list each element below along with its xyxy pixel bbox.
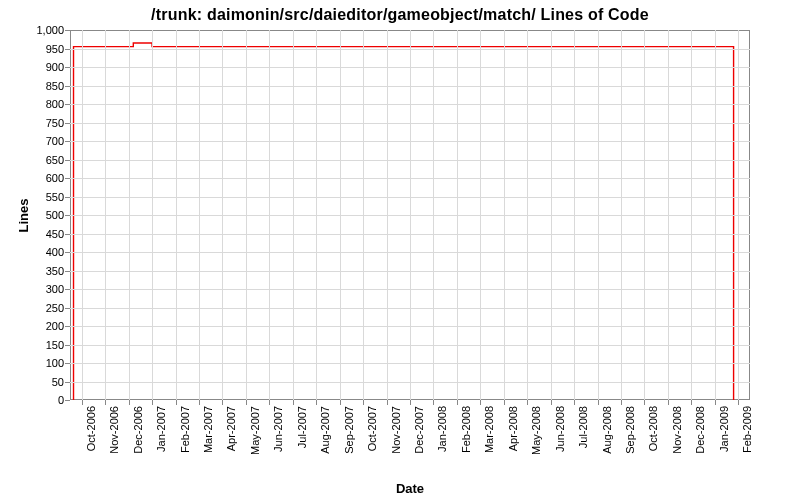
x-tick-label: Dec-2006 bbox=[133, 406, 144, 454]
y-tick-label: 500 bbox=[46, 210, 70, 221]
x-tick-label: Jun-2008 bbox=[555, 406, 566, 452]
x-tick-label: Nov-2007 bbox=[391, 406, 402, 454]
x-tick bbox=[82, 400, 83, 405]
y-tick-label: 0 bbox=[58, 395, 70, 406]
x-tick bbox=[293, 400, 294, 405]
gridline-v bbox=[222, 30, 223, 400]
y-tick-label: 650 bbox=[46, 154, 70, 165]
gridline-v bbox=[691, 30, 692, 400]
y-tick-label: 950 bbox=[46, 43, 70, 54]
x-tick-label: Jan-2009 bbox=[719, 406, 730, 452]
x-tick bbox=[621, 400, 622, 405]
x-tick bbox=[598, 400, 599, 405]
y-tick-label: 450 bbox=[46, 228, 70, 239]
x-tick bbox=[316, 400, 317, 405]
x-tick-label: Apr-2008 bbox=[508, 406, 519, 451]
x-tick bbox=[433, 400, 434, 405]
x-tick-label: Jul-2008 bbox=[578, 406, 589, 448]
x-tick bbox=[691, 400, 692, 405]
gridline-v bbox=[644, 30, 645, 400]
x-tick-label: Mar-2008 bbox=[484, 406, 495, 453]
gridline-v bbox=[738, 30, 739, 400]
x-tick bbox=[176, 400, 177, 405]
gridline-v bbox=[527, 30, 528, 400]
y-axis-title-wrap: Lines bbox=[14, 30, 34, 400]
y-tick-label: 1,000 bbox=[36, 25, 70, 36]
y-tick-label: 100 bbox=[46, 358, 70, 369]
gridline-v bbox=[82, 30, 83, 400]
gridline-v bbox=[176, 30, 177, 400]
gridline-v bbox=[504, 30, 505, 400]
x-tick bbox=[527, 400, 528, 405]
gridline-v bbox=[129, 30, 130, 400]
x-tick-label: Jan-2007 bbox=[156, 406, 167, 452]
gridline-v bbox=[668, 30, 669, 400]
x-tick bbox=[246, 400, 247, 405]
x-tick-label: Feb-2008 bbox=[461, 406, 472, 453]
gridline-v bbox=[598, 30, 599, 400]
x-tick-label: Feb-2009 bbox=[742, 406, 753, 453]
x-tick bbox=[199, 400, 200, 405]
x-tick-label: May-2007 bbox=[250, 406, 261, 455]
gridline-v bbox=[269, 30, 270, 400]
x-tick-label: Nov-2006 bbox=[109, 406, 120, 454]
gridline-v bbox=[551, 30, 552, 400]
gridline-v bbox=[410, 30, 411, 400]
x-tick bbox=[480, 400, 481, 405]
gridline-v bbox=[480, 30, 481, 400]
y-tick-label: 600 bbox=[46, 173, 70, 184]
x-tick-label: Sep-2008 bbox=[625, 406, 636, 454]
gridline-v bbox=[105, 30, 106, 400]
x-tick bbox=[269, 400, 270, 405]
x-tick bbox=[410, 400, 411, 405]
chart-title: /trunk: daimonin/src/daieditor/gameobjec… bbox=[0, 6, 800, 24]
y-tick-label: 750 bbox=[46, 117, 70, 128]
x-tick bbox=[715, 400, 716, 405]
y-tick-label: 150 bbox=[46, 339, 70, 350]
x-tick bbox=[504, 400, 505, 405]
x-tick bbox=[387, 400, 388, 405]
y-tick-label: 350 bbox=[46, 265, 70, 276]
x-tick bbox=[457, 400, 458, 405]
y-tick-label: 300 bbox=[46, 284, 70, 295]
x-tick-label: Mar-2007 bbox=[203, 406, 214, 453]
x-tick bbox=[129, 400, 130, 405]
gridline-v bbox=[246, 30, 247, 400]
x-tick-label: Aug-2007 bbox=[320, 406, 331, 454]
x-tick bbox=[574, 400, 575, 405]
x-tick bbox=[551, 400, 552, 405]
x-axis-title: Date bbox=[70, 481, 750, 496]
x-tick-label: Jul-2007 bbox=[297, 406, 308, 448]
gridline-v bbox=[715, 30, 716, 400]
y-tick-label: 550 bbox=[46, 191, 70, 202]
gridline-v bbox=[457, 30, 458, 400]
x-tick bbox=[644, 400, 645, 405]
y-tick-label: 850 bbox=[46, 80, 70, 91]
gridline-v bbox=[199, 30, 200, 400]
x-tick-label: Sep-2007 bbox=[344, 406, 355, 454]
x-tick bbox=[738, 400, 739, 405]
x-tick bbox=[363, 400, 364, 405]
plot-area: 0501001502002503003504004505005506006507… bbox=[70, 30, 750, 400]
gridline-v bbox=[363, 30, 364, 400]
x-tick-label: Dec-2007 bbox=[414, 406, 425, 454]
x-tick-label: Jun-2007 bbox=[273, 406, 284, 452]
x-tick bbox=[152, 400, 153, 405]
x-tick-label: Dec-2008 bbox=[695, 406, 706, 454]
x-tick-label: Feb-2007 bbox=[180, 406, 191, 453]
series-line bbox=[74, 43, 734, 400]
y-tick-label: 400 bbox=[46, 247, 70, 258]
x-tick bbox=[105, 400, 106, 405]
x-tick-label: Oct-2006 bbox=[86, 406, 97, 451]
y-tick-label: 800 bbox=[46, 99, 70, 110]
gridline-v bbox=[433, 30, 434, 400]
gridline-v bbox=[574, 30, 575, 400]
gridline-v bbox=[152, 30, 153, 400]
gridline-v bbox=[293, 30, 294, 400]
x-tick-label: Jan-2008 bbox=[437, 406, 448, 452]
gridline-v bbox=[316, 30, 317, 400]
x-tick bbox=[340, 400, 341, 405]
x-tick-label: Aug-2008 bbox=[602, 406, 613, 454]
x-tick-label: May-2008 bbox=[531, 406, 542, 455]
y-tick-label: 250 bbox=[46, 302, 70, 313]
